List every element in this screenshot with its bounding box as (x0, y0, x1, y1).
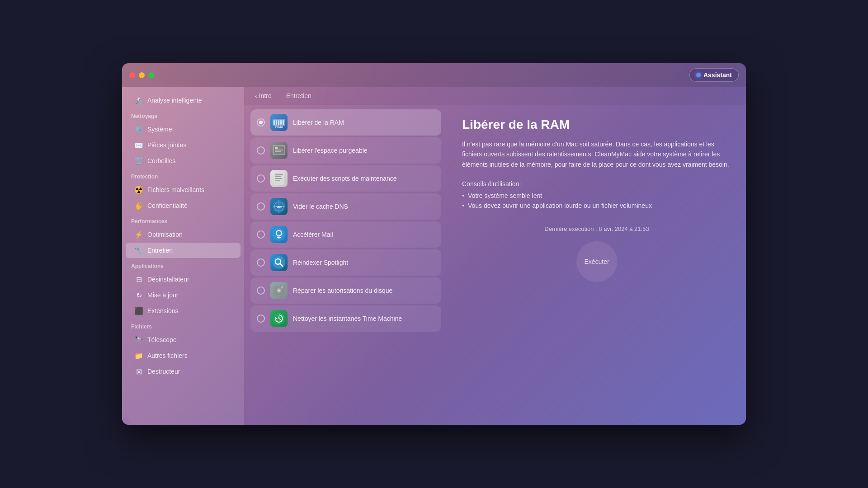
sidebar-item-corbeilles[interactable]: 🗑️ Corbeilles (126, 153, 241, 169)
main-content: 🔬 Analyse intelligente Nettoyage ⚙️ Syst… (122, 87, 746, 425)
sidebar-item-autres-fichiers[interactable]: 📁 Autres fichiers (126, 348, 241, 363)
autres-fichiers-icon: 📁 (135, 352, 143, 360)
breadcrumb-back[interactable]: ‹ Intro (255, 92, 272, 99)
task-radio-timemachine[interactable] (257, 314, 265, 323)
task-icon-purgeable (270, 142, 288, 159)
mise-a-jour-icon: ↻ (135, 291, 143, 299)
task-radio-ram[interactable] (257, 118, 265, 127)
task-item-mail[interactable]: Accélérer Mail (250, 221, 441, 248)
svg-point-31 (278, 290, 280, 291)
tip-1-text: Votre système semble lent (468, 192, 542, 199)
sidebar-item-extensions[interactable]: ⬛ Extensions (126, 303, 241, 319)
tips-label: Conseils d'utilisation : (462, 180, 731, 188)
entretien-icon: 🔧 (135, 246, 143, 254)
task-radio-spotlight[interactable] (257, 258, 265, 267)
svg-rect-16 (275, 180, 280, 181)
subheader: ‹ Intro Entretien (244, 87, 746, 105)
task-icon-disk (270, 282, 288, 299)
svg-rect-1 (274, 120, 275, 125)
task-icon-ram: RAM (270, 114, 288, 131)
task-item-scripts[interactable]: Exécuter des scripts de maintenance (250, 165, 441, 192)
svg-rect-4 (280, 120, 282, 125)
pieces-jointes-icon: ✉️ (135, 141, 143, 149)
task-icon-timemachine (270, 310, 288, 327)
svg-rect-3 (278, 120, 279, 125)
tip-1: • Votre système semble lent (462, 192, 731, 199)
task-radio-dns[interactable] (257, 202, 265, 211)
sidebar-item-confidentialite[interactable]: 🖐️ Confidentialité (126, 198, 241, 213)
task-label-spotlight: Réindexer Spotlight (293, 259, 348, 266)
assistant-dot-icon (696, 73, 701, 77)
sidebar-item-confidentialite-label: Confidentialité (147, 202, 188, 209)
detail-panel: Libérer de la RAM Il n'est pas rare que … (448, 105, 746, 425)
execute-button[interactable]: Exécuter (576, 241, 617, 282)
sidebar-item-entretien[interactable]: 🔧 Entretien (126, 243, 241, 258)
close-button[interactable] (129, 72, 135, 78)
optimisation-icon: ⚡ (135, 230, 143, 239)
right-panel: ‹ Intro Entretien (244, 87, 746, 425)
task-radio-disque[interactable] (257, 286, 265, 295)
task-label-timemachine: Nettoyer les instantanés Time Machine (293, 315, 402, 322)
back-arrow-icon: ‹ (255, 92, 257, 99)
extensions-icon: ⬛ (135, 307, 143, 315)
sidebar-item-telescope-label: Télescope (147, 336, 177, 343)
traffic-lights (129, 72, 154, 78)
sidebar-item-desinstallateur-label: Désinstallateur (147, 276, 189, 283)
task-radio-purgeable[interactable] (257, 146, 265, 155)
minimize-button[interactable] (139, 72, 145, 78)
telescope-icon: 🔭 (135, 336, 143, 344)
svg-rect-5 (283, 120, 284, 125)
sidebar-item-fichiers-malveillants[interactable]: ☢️ Fichiers malveillants (126, 182, 241, 197)
task-item-dns[interactable]: DNS Vider le cache DNS (250, 193, 441, 220)
svg-rect-2 (276, 120, 277, 125)
sidebar-item-mise-a-jour-label: Mise à jour (147, 291, 178, 299)
task-radio-scripts[interactable] (257, 174, 265, 183)
back-label: Intro (259, 92, 272, 99)
sidebar-item-systeme[interactable]: ⚙️ Système (126, 122, 241, 137)
bullet-icon-1: • (462, 192, 464, 199)
task-item-disque[interactable]: Réparer les autorisations du disque (250, 277, 441, 304)
svg-rect-15 (275, 178, 282, 179)
sidebar-item-destructeur[interactable]: ⊠ Destructeur (126, 364, 241, 379)
task-radio-mail[interactable] (257, 230, 265, 239)
breadcrumb-current: Entretien (286, 92, 311, 99)
sidebar-item-pieces-jointes[interactable]: ✉️ Pièces jointes (126, 137, 241, 153)
section-nettoyage: Nettoyage (122, 108, 244, 121)
sidebar-item-desinstallateur[interactable]: ⊟ Désinstallateur (126, 272, 241, 287)
fichiers-malveillants-icon: ☢️ (135, 186, 143, 194)
task-label-disque: Réparer les autorisations du disque (293, 287, 392, 294)
confidentialite-icon: 🖐️ (135, 202, 143, 210)
titlebar: Assistant (122, 63, 746, 87)
sidebar-item-telescope[interactable]: 🔭 Télescope (126, 332, 241, 347)
svg-rect-11 (275, 151, 281, 152)
last-run-text: Dernière exécution : 8 avr. 2024 à 21:53 (544, 212, 649, 232)
section-fichiers: Fichiers (122, 319, 244, 332)
task-list: RAM Libérer de la RAM (244, 105, 448, 425)
bullet-icon-2: • (462, 202, 464, 209)
sidebar-item-analyse[interactable]: 🔬 Analyse intelligente (126, 93, 241, 108)
task-icon-dns: DNS (270, 198, 288, 215)
svg-text:DNS: DNS (276, 206, 283, 209)
desinstallateur-icon: ⊟ (135, 275, 143, 283)
sidebar-item-fichiers-label: Fichiers malveillants (147, 186, 204, 193)
task-label-ram: Libérer de la RAM (293, 119, 344, 126)
task-item-liberer-ram[interactable]: RAM Libérer de la RAM (250, 109, 441, 136)
systeme-icon: ⚙️ (135, 125, 143, 133)
task-item-timemachine[interactable]: Nettoyer les instantanés Time Machine (250, 305, 441, 332)
svg-rect-14 (275, 176, 281, 177)
sidebar: 🔬 Analyse intelligente Nettoyage ⚙️ Syst… (122, 87, 244, 425)
tip-2: • Vous devez ouvrir une application lour… (462, 202, 731, 209)
sidebar-item-mise-a-jour[interactable]: ↻ Mise à jour (126, 287, 241, 303)
sidebar-item-optimisation[interactable]: ⚡ Optimisation (126, 227, 241, 242)
assistant-label: Assistant (703, 71, 732, 79)
task-item-spotlight[interactable]: Réindexer Spotlight (250, 249, 441, 276)
maximize-button[interactable] (148, 72, 154, 78)
task-item-purgeable[interactable]: Libérer l'espace purgeable (250, 137, 441, 164)
task-icon-spotlight (270, 254, 288, 271)
detail-title: Libérer de la RAM (462, 117, 731, 132)
svg-rect-13 (275, 174, 283, 175)
sidebar-item-systeme-label: Système (147, 126, 172, 133)
assistant-button[interactable]: Assistant (689, 68, 739, 82)
corbeilles-icon: 🗑️ (135, 157, 143, 165)
sidebar-item-autres-fichiers-label: Autres fichiers (147, 352, 188, 359)
